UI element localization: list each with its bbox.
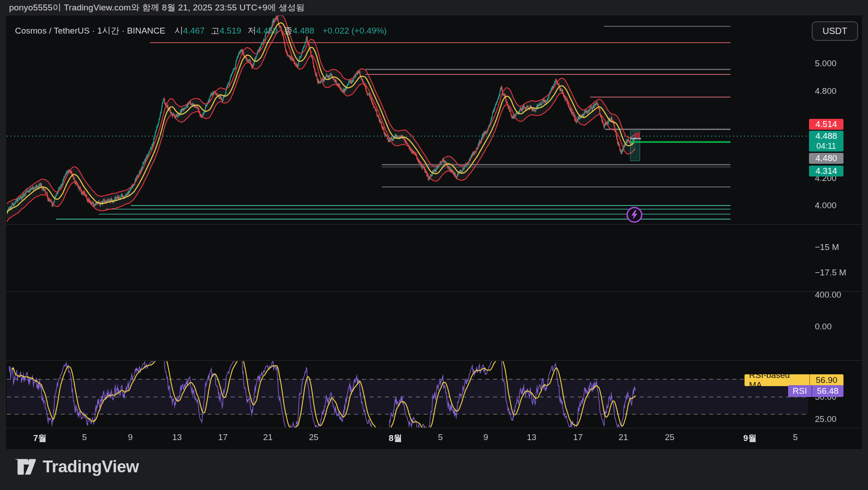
price-tick-label: 25.00: [815, 414, 837, 424]
price-tick-label: 0.00: [815, 322, 832, 332]
symbol-title[interactable]: Cosmos / TetherUS · 1시간 · BINANCE: [15, 25, 165, 37]
ohlc-item: 저4.459: [247, 26, 278, 35]
attribution-bar: ponyo5555이 TradingView.com와 함께 8월 21, 20…: [0, 0, 868, 15]
rsi-badge: RSI 56.48: [788, 385, 843, 397]
neutral-price-badge: 4.480: [809, 153, 843, 164]
ohlc-item: 고4.519: [211, 26, 242, 35]
time-tick-label: 17: [218, 432, 227, 442]
time-tick-label: 13: [172, 432, 182, 442]
price-tick-label: 5.000: [815, 59, 837, 69]
time-tick-label: 25: [309, 432, 318, 442]
tradingview-snapshot: ponyo5555이 TradingView.com와 함께 8월 21, 20…: [0, 0, 868, 490]
currency-toggle-button[interactable]: USDT: [812, 21, 858, 41]
tradingview-mark-icon: [14, 458, 36, 476]
ohlc-item: 시4.467: [174, 26, 205, 35]
ohlc-item: 종4.488: [284, 26, 315, 35]
price-tick-label: 4.800: [815, 86, 837, 96]
time-tick-label: 25: [665, 432, 674, 442]
time-tick-label: 7월: [33, 432, 47, 444]
time-tick-label: 5: [438, 432, 443, 442]
price-tick-label: −15 M: [815, 242, 839, 252]
price-tick-label: 4.000: [815, 201, 837, 211]
level-price-badge: 4.314: [809, 166, 843, 176]
price-tick-label: −17.5 M: [815, 268, 846, 278]
rsi-ma-value: 56.90: [809, 374, 843, 386]
rsi-ma-badge: RSI-based MA 56.90: [745, 374, 843, 386]
ohlc-values: 시4.467고4.519저4.459종4.488: [174, 25, 321, 37]
alert-price-badge: 4.514: [809, 119, 843, 130]
tradingview-logo[interactable]: TradingView: [14, 457, 139, 476]
time-tick-label: 21: [263, 432, 272, 442]
time-tick-label: 17: [573, 432, 582, 442]
time-tick-label: 8월: [389, 432, 402, 444]
rsi-label: RSI: [788, 385, 812, 397]
time-tick-label: 5: [793, 432, 798, 442]
chart-legend[interactable]: Cosmos / TetherUS · 1시간 · BINANCE 시4.467…: [15, 25, 387, 37]
time-tick-label: 9: [483, 432, 488, 442]
last-price-badge: 4.48804:11: [809, 131, 843, 152]
time-tick-label: 5: [82, 432, 87, 442]
rsi-value: 56.48: [812, 385, 843, 397]
chart-canvas[interactable]: [0, 0, 868, 490]
attribution-text: ponyo5555이 TradingView.com와 함께 8월 21, 20…: [9, 2, 305, 14]
time-tick-label: 13: [527, 432, 536, 442]
lightning-alert-icon[interactable]: [626, 207, 642, 223]
rsi-ma-label: RSI-based MA: [745, 374, 809, 386]
tradingview-logo-text: TradingView: [43, 457, 139, 476]
change-value: +0.022 (+0.49%): [322, 26, 387, 36]
lightning-bolt-glyph: [631, 210, 638, 220]
time-tick-label: 21: [618, 432, 628, 442]
time-tick-label: 9: [128, 432, 133, 442]
price-tick-label: 400.00: [815, 290, 841, 300]
time-tick-label: 9월: [743, 432, 757, 444]
